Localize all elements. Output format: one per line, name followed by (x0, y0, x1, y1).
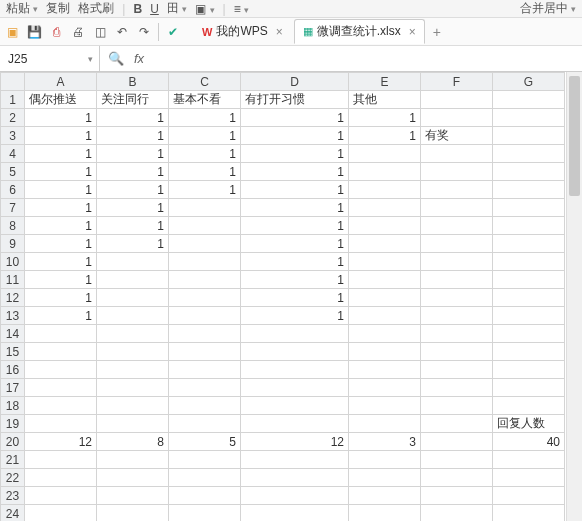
cell-D24[interactable] (241, 505, 349, 522)
row-header-8[interactable]: 8 (1, 217, 25, 235)
select-all-corner[interactable] (1, 73, 25, 91)
cell-B23[interactable] (97, 487, 169, 505)
col-header-C[interactable]: C (169, 73, 241, 91)
cell-B13[interactable] (97, 307, 169, 325)
cell-C13[interactable] (169, 307, 241, 325)
cell-E24[interactable] (349, 505, 421, 522)
row-header-18[interactable]: 18 (1, 397, 25, 415)
cell-C3[interactable]: 1 (169, 127, 241, 145)
underline-button[interactable]: U (150, 2, 159, 16)
name-box[interactable]: J25 ▾ (0, 46, 100, 71)
cell-G11[interactable] (493, 271, 565, 289)
cell-B2[interactable]: 1 (97, 109, 169, 127)
cell-D23[interactable] (241, 487, 349, 505)
cell-D21[interactable] (241, 451, 349, 469)
cell-G2[interactable] (493, 109, 565, 127)
cell-E10[interactable] (349, 253, 421, 271)
close-icon[interactable]: × (276, 25, 283, 39)
cell-F2[interactable] (421, 109, 493, 127)
cell-B15[interactable] (97, 343, 169, 361)
cell-C6[interactable]: 1 (169, 181, 241, 199)
cell-F22[interactable] (421, 469, 493, 487)
row-header-13[interactable]: 13 (1, 307, 25, 325)
cell-A21[interactable] (25, 451, 97, 469)
cell-C8[interactable] (169, 217, 241, 235)
cell-D3[interactable]: 1 (241, 127, 349, 145)
cell-E18[interactable] (349, 397, 421, 415)
cell-E4[interactable] (349, 145, 421, 163)
cell-E21[interactable] (349, 451, 421, 469)
cell-G10[interactable] (493, 253, 565, 271)
cell-G18[interactable] (493, 397, 565, 415)
cell-F24[interactable] (421, 505, 493, 522)
tab-workbook[interactable]: ▦ 微调查统计.xlsx × (294, 19, 425, 44)
paste-button[interactable]: 粘贴 ▾ (6, 0, 38, 17)
cell-A10[interactable]: 1 (25, 253, 97, 271)
cell-E12[interactable] (349, 289, 421, 307)
cell-B4[interactable]: 1 (97, 145, 169, 163)
row-header-4[interactable]: 4 (1, 145, 25, 163)
cell-D11[interactable]: 1 (241, 271, 349, 289)
cell-A16[interactable] (25, 361, 97, 379)
row-header-6[interactable]: 6 (1, 181, 25, 199)
row-header-16[interactable]: 16 (1, 361, 25, 379)
cell-A3[interactable]: 1 (25, 127, 97, 145)
cell-B22[interactable] (97, 469, 169, 487)
cell-A11[interactable]: 1 (25, 271, 97, 289)
cell-E19[interactable] (349, 415, 421, 433)
col-header-E[interactable]: E (349, 73, 421, 91)
cell-G24[interactable] (493, 505, 565, 522)
cell-E1[interactable]: 其他 (349, 91, 421, 109)
row-header-7[interactable]: 7 (1, 199, 25, 217)
row-header-15[interactable]: 15 (1, 343, 25, 361)
cell-A8[interactable]: 1 (25, 217, 97, 235)
cell-G22[interactable] (493, 469, 565, 487)
cell-A23[interactable] (25, 487, 97, 505)
row-header-1[interactable]: 1 (1, 91, 25, 109)
cell-E6[interactable] (349, 181, 421, 199)
cell-A24[interactable] (25, 505, 97, 522)
cell-C4[interactable]: 1 (169, 145, 241, 163)
cell-E20[interactable]: 3 (349, 433, 421, 451)
tab-my-wps[interactable]: W 我的WPS × (193, 19, 292, 44)
cell-B21[interactable] (97, 451, 169, 469)
cell-D6[interactable]: 1 (241, 181, 349, 199)
cell-A5[interactable]: 1 (25, 163, 97, 181)
row-header-3[interactable]: 3 (1, 127, 25, 145)
cell-G15[interactable] (493, 343, 565, 361)
cell-F9[interactable] (421, 235, 493, 253)
cell-C1[interactable]: 基本不看 (169, 91, 241, 109)
cell-F1[interactable] (421, 91, 493, 109)
cell-C12[interactable] (169, 289, 241, 307)
cell-B7[interactable]: 1 (97, 199, 169, 217)
cell-F6[interactable] (421, 181, 493, 199)
cell-A4[interactable]: 1 (25, 145, 97, 163)
format-painter-button[interactable]: 格式刷 (78, 0, 114, 17)
cell-A7[interactable]: 1 (25, 199, 97, 217)
cell-F19[interactable] (421, 415, 493, 433)
row-header-20[interactable]: 20 (1, 433, 25, 451)
cell-C15[interactable] (169, 343, 241, 361)
save-icon[interactable]: 💾 (26, 24, 42, 40)
cell-D17[interactable] (241, 379, 349, 397)
chevron-down-icon[interactable]: ▾ (88, 54, 93, 64)
cell-F20[interactable] (421, 433, 493, 451)
cell-C2[interactable]: 1 (169, 109, 241, 127)
open-icon[interactable]: ▣ (4, 24, 20, 40)
cell-A1[interactable]: 偶尔推送 (25, 91, 97, 109)
cell-F5[interactable] (421, 163, 493, 181)
cell-C7[interactable] (169, 199, 241, 217)
cell-C20[interactable]: 5 (169, 433, 241, 451)
cell-D1[interactable]: 有打开习惯 (241, 91, 349, 109)
cell-A19[interactable] (25, 415, 97, 433)
pdf-icon[interactable]: ⎙ (48, 24, 64, 40)
cell-B20[interactable]: 8 (97, 433, 169, 451)
formula-input[interactable] (152, 46, 582, 71)
cell-D8[interactable]: 1 (241, 217, 349, 235)
col-header-D[interactable]: D (241, 73, 349, 91)
cell-F17[interactable] (421, 379, 493, 397)
row-header-24[interactable]: 24 (1, 505, 25, 522)
cell-G8[interactable] (493, 217, 565, 235)
search-icon[interactable]: 🔍 (108, 51, 124, 66)
cell-F7[interactable] (421, 199, 493, 217)
